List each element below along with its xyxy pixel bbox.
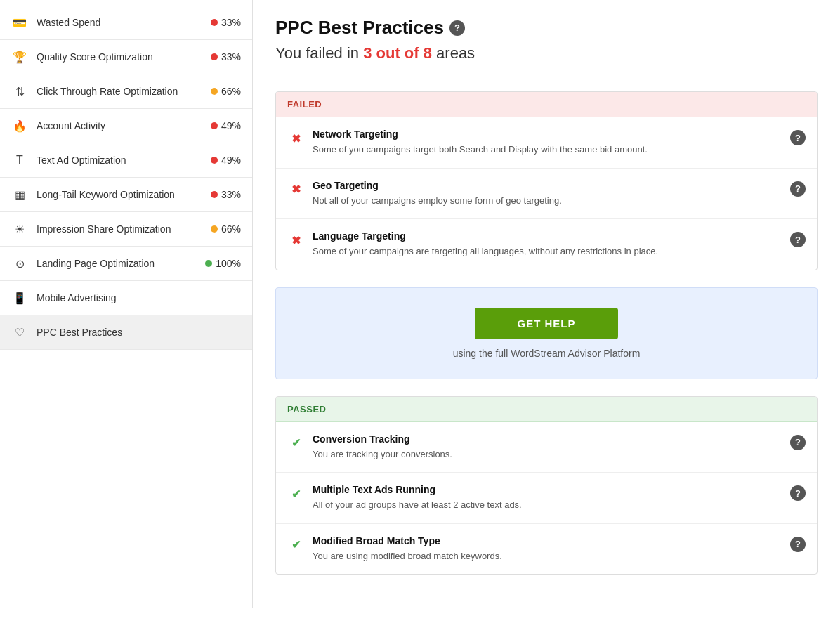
dot-landing-page (205, 260, 212, 267)
title-help-icon[interactable]: ? (449, 20, 465, 36)
dot-long-tail (211, 191, 218, 198)
passed-section: PASSED ✔Conversion TrackingYou are track… (275, 396, 818, 575)
sidebar-icon-ppc-best-practices: ♡ (11, 324, 28, 341)
score-text-account-activity: 49% (221, 120, 241, 131)
sidebar-item-impression-share[interactable]: ☀Impression Share Optimization66% (0, 212, 252, 247)
sidebar-icon-quality-score: 🏆 (11, 48, 28, 65)
sidebar-label-mobile-advertising: Mobile Advertising (37, 292, 241, 303)
pass-icon-1: ✔ (287, 485, 304, 502)
dot-account-activity (211, 122, 218, 129)
sidebar-item-ppc-best-practices[interactable]: ♡PPC Best Practices (0, 315, 252, 350)
sidebar-label-quality-score: Quality Score Optimization (37, 51, 211, 63)
passed-help-icon-1[interactable]: ? (790, 485, 806, 501)
failed-desc-0: Some of you campaigns target both Search… (313, 143, 782, 157)
passed-item-0: ✔Conversion TrackingYou are tracking you… (276, 422, 817, 473)
sidebar-item-quality-score[interactable]: 🏆Quality Score Optimization33% (0, 40, 252, 74)
subtitle-prefix: You failed in (275, 44, 363, 62)
sidebar-score-ctr: 66% (211, 86, 241, 97)
passed-help-icon-0[interactable]: ? (790, 435, 806, 450)
sidebar-label-impression-share: Impression Share Optimization (37, 223, 211, 235)
subtitle: You failed in 3 out of 8 areas (275, 44, 818, 63)
failed-content-2: Language TargetingSome of your campaigns… (313, 230, 782, 258)
subtitle-suffix: areas (432, 44, 475, 62)
sidebar-score-wasted-spend: 33% (211, 17, 241, 28)
passed-desc-1: All of your ad groups have at least 2 ac… (313, 498, 782, 512)
score-text-long-tail: 33% (221, 189, 241, 200)
failed-header: FAILED (276, 92, 817, 117)
sidebar-score-quality-score: 33% (211, 51, 241, 63)
sidebar-icon-ctr: ⇅ (11, 83, 28, 100)
passed-title-1: Multiple Text Ads Running (313, 484, 782, 495)
failed-help-icon-0[interactable]: ? (790, 130, 806, 145)
failed-item-1: ✖Geo TargetingNot all of your campaigns … (276, 169, 817, 220)
cta-section: GET HELP using the full WordStream Advis… (275, 287, 818, 379)
sidebar-label-text-ad: Text Ad Optimization (37, 155, 211, 166)
sidebar-label-account-activity: Account Activity (37, 120, 211, 131)
score-text-wasted-spend: 33% (221, 17, 241, 28)
divider (275, 77, 818, 77)
failed-help-icon-2[interactable]: ? (790, 232, 806, 247)
passed-item-2: ✔Modified Broad Match TypeYou are using … (276, 524, 817, 575)
passed-help-icon-2[interactable]: ? (790, 537, 806, 552)
sidebar-icon-landing-page: ⊙ (11, 255, 28, 272)
failed-title-1: Geo Targeting (313, 180, 782, 191)
cta-subtext: using the full WordStream Advisor Platfo… (287, 348, 806, 359)
sidebar-item-long-tail[interactable]: ▦Long-Tail Keyword Optimization33% (0, 178, 252, 212)
dot-ctr (211, 88, 218, 95)
sidebar-item-wasted-spend[interactable]: 💳Wasted Spend33% (0, 6, 252, 40)
failed-content-1: Geo TargetingNot all of your campaigns e… (313, 180, 782, 208)
failed-desc-1: Not all of your campaigns employ some fo… (313, 194, 782, 208)
pass-icon-2: ✔ (287, 537, 304, 554)
page-title: PPC Best Practices ? (275, 17, 818, 39)
score-text-impression-share: 66% (221, 223, 241, 235)
sidebar-icon-impression-share: ☀ (11, 221, 28, 237)
sidebar-icon-wasted-spend: 💳 (11, 14, 28, 31)
score-text-ctr: 66% (221, 86, 241, 97)
sidebar-label-landing-page: Landing Page Optimization (37, 258, 205, 269)
failed-help-icon-1[interactable]: ? (790, 181, 806, 197)
dot-wasted-spend (211, 19, 218, 26)
dot-impression-share (211, 225, 218, 233)
passed-desc-0: You are tracking your conversions. (313, 447, 782, 461)
pass-icon-0: ✔ (287, 435, 304, 452)
dot-text-ad (211, 157, 218, 164)
passed-item-1: ✔Multiple Text Ads RunningAll of your ad… (276, 473, 817, 524)
failed-section: FAILED ✖Network TargetingSome of you cam… (275, 91, 818, 270)
get-help-button[interactable]: GET HELP (475, 308, 617, 339)
sidebar-item-account-activity[interactable]: 🔥Account Activity49% (0, 109, 252, 143)
sidebar-label-ctr: Click Through Rate Optimization (37, 86, 211, 97)
sidebar-label-long-tail: Long-Tail Keyword Optimization (37, 189, 211, 200)
fail-icon-0: ✖ (287, 130, 304, 147)
failed-item-0: ✖Network TargetingSome of you campaigns … (276, 117, 817, 169)
sidebar: 💳Wasted Spend33%🏆Quality Score Optimizat… (0, 0, 253, 608)
failed-desc-2: Some of your campaigns are targeting all… (313, 244, 782, 258)
failed-item-2: ✖Language TargetingSome of your campaign… (276, 219, 817, 270)
passed-content-1: Multiple Text Ads RunningAll of your ad … (313, 484, 782, 512)
sidebar-item-landing-page[interactable]: ⊙Landing Page Optimization100% (0, 247, 252, 281)
passed-content-2: Modified Broad Match TypeYou are using m… (313, 535, 782, 563)
passed-title-0: Conversion Tracking (313, 433, 782, 445)
sidebar-label-wasted-spend: Wasted Spend (37, 17, 211, 28)
score-text-landing-page: 100% (216, 258, 241, 269)
fail-icon-2: ✖ (287, 232, 304, 249)
passed-title-2: Modified Broad Match Type (313, 535, 782, 546)
sidebar-score-account-activity: 49% (211, 120, 241, 131)
sidebar-score-impression-share: 66% (211, 223, 241, 235)
sidebar-score-landing-page: 100% (205, 258, 241, 269)
dot-quality-score (211, 53, 218, 60)
sidebar-item-text-ad[interactable]: TText Ad Optimization49% (0, 143, 252, 178)
main-content: PPC Best Practices ? You failed in 3 out… (253, 0, 840, 608)
sidebar-icon-text-ad: T (11, 152, 28, 169)
sidebar-score-long-tail: 33% (211, 189, 241, 200)
failed-content-0: Network TargetingSome of you campaigns t… (313, 129, 782, 157)
sidebar-icon-account-activity: 🔥 (11, 117, 28, 134)
failed-title-0: Network Targeting (313, 129, 782, 140)
failed-title-2: Language Targeting (313, 230, 782, 242)
sidebar-item-ctr[interactable]: ⇅Click Through Rate Optimization66% (0, 74, 252, 109)
sidebar-score-text-ad: 49% (211, 155, 241, 166)
score-text-text-ad: 49% (221, 155, 241, 166)
subtitle-highlight: 3 out of 8 (363, 44, 432, 62)
passed-desc-2: You are using modified broad match keywo… (313, 549, 782, 563)
sidebar-item-mobile-advertising[interactable]: 📱Mobile Advertising (0, 281, 252, 315)
passed-header: PASSED (276, 397, 817, 422)
